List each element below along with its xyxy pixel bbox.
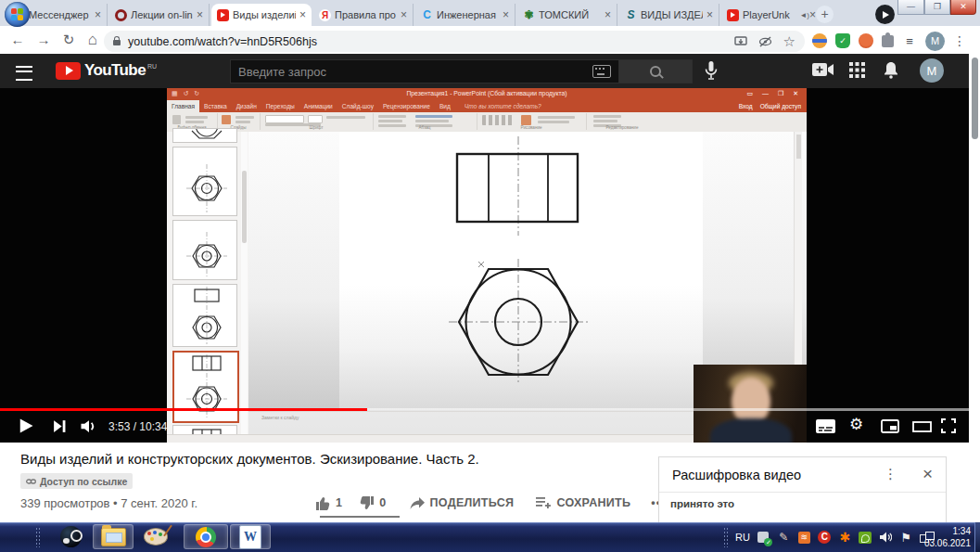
slide-thumbnail[interactable] (172, 128, 237, 143)
tab-playerunknown[interactable]: PlayerUnk ◄) × (721, 4, 821, 26)
tab-close-icon[interactable]: × (706, 9, 713, 20)
theater-mode-button[interactable] (912, 421, 932, 432)
tab-close-icon[interactable]: × (503, 9, 509, 20)
tab-close-icon[interactable]: × (197, 9, 203, 20)
tab-close-icon[interactable]: × (95, 9, 101, 20)
time-display: 3:53 / 10:34 (108, 420, 167, 433)
media-controls-button[interactable] (875, 5, 895, 24)
tab-close-icon[interactable]: × (299, 9, 306, 20)
tab-close-icon[interactable]: × (605, 9, 611, 20)
share-button[interactable]: ПОДЕЛИТЬСЯ (409, 496, 515, 510)
ppt-tab-insert[interactable]: Вставка (199, 100, 232, 112)
reload-button[interactable]: ↻ (58, 30, 79, 50)
home-button[interactable]: ⌂ (83, 30, 103, 50)
language-indicator[interactable]: RU (735, 532, 750, 543)
pen-tray-icon[interactable]: ✎ (777, 531, 791, 545)
install-icon[interactable] (734, 35, 747, 48)
fullscreen-button[interactable] (940, 417, 957, 434)
search-button[interactable] (618, 59, 693, 83)
miniplayer-button[interactable] (881, 419, 899, 433)
usb-device-tray-icon[interactable] (757, 531, 770, 545)
avast-tray-icon[interactable]: ✱ (838, 531, 852, 545)
youtube-logo[interactable]: YouTube RU (56, 61, 157, 80)
next-button[interactable] (52, 418, 68, 434)
slide-thumbnail[interactable] (172, 284, 237, 347)
window-minimize-button[interactable]: — (897, 0, 924, 15)
ppt-tab-transitions[interactable]: Переходы (261, 100, 299, 112)
ppt-tellme[interactable]: Что вы хотите сделать? (455, 100, 546, 112)
video-progress-bar[interactable] (0, 408, 969, 411)
shield-extension-icon[interactable]: ✓ (835, 33, 850, 48)
forward-button[interactable]: → (33, 30, 54, 50)
show-desktop-button[interactable] (974, 522, 980, 552)
devil-extension-icon[interactable] (859, 33, 873, 48)
action-center-flag-icon[interactable]: ⚑ (899, 531, 913, 545)
ppt-tab-view[interactable]: Вид (435, 100, 455, 112)
tab-vidy-izdel[interactable]: S ВИДЫ ИЗДЕЛ × (619, 4, 719, 26)
taskbar-explorer-icon[interactable] (93, 524, 134, 549)
thumbs-up-icon (315, 495, 331, 511)
address-bar[interactable]: youtube.com/watch?v=hnD5R506hjs ☆ (104, 31, 805, 52)
ppt-tab-review[interactable]: Рецензирование (378, 100, 435, 112)
ppt-tab-home[interactable]: Главная (167, 100, 199, 112)
ppt-tab-slideshow[interactable]: Слайд-шоу (337, 100, 378, 112)
ppt-tab-animations[interactable]: Анимации (299, 100, 337, 112)
hamburger-menu-icon[interactable] (16, 66, 32, 81)
ppt-signin[interactable]: Вход (739, 103, 753, 112)
window-maximize-button[interactable]: ❐ (924, 0, 950, 15)
transcript-close-icon[interactable]: × (923, 464, 933, 484)
tab-lectures[interactable]: Лекции on-lin × (109, 4, 210, 26)
taskbar-paint-icon[interactable] (139, 524, 172, 549)
tab-rules[interactable]: Я Правила про × (313, 4, 414, 26)
settings-gear-icon[interactable]: ⚙ (849, 417, 863, 433)
new-tab-button[interactable]: + (816, 6, 834, 23)
subtitles-button[interactable] (816, 419, 835, 433)
browser-menu-icon[interactable]: ⋮ (953, 33, 966, 48)
search-input[interactable] (231, 65, 592, 79)
youtube-apps-grid-icon[interactable] (849, 62, 865, 78)
youtube-account-avatar[interactable]: M (920, 58, 944, 83)
taskbar-clock[interactable]: 1:34 03.06.2021 (924, 525, 971, 549)
browser-profile-avatar[interactable]: M (925, 32, 945, 51)
tab-engineering[interactable]: С Инженерная × (415, 4, 515, 26)
tab-tomsky[interactable]: ✾ ТОМСКИЙ × (517, 4, 617, 26)
page-scrollbar[interactable] (972, 58, 978, 139)
bookmark-star-icon[interactable]: ☆ (783, 34, 795, 48)
taskbar-steam-icon[interactable] (56, 524, 85, 549)
taskbar-chrome-icon[interactable] (184, 524, 228, 549)
tab-close-icon[interactable]: × (401, 9, 407, 20)
ppt-tab-design[interactable]: Дизайн (232, 100, 261, 112)
speaker-tray-icon[interactable] (879, 531, 893, 545)
create-video-icon[interactable] (812, 62, 834, 77)
java-tray-icon[interactable]: ≋ (797, 531, 811, 545)
tab-youtube-active[interactable]: Виды изделий × (211, 4, 312, 26)
back-button[interactable]: ← (7, 30, 28, 50)
slide-thumbnail[interactable] (172, 220, 237, 280)
slide-thumbnail[interactable] (172, 147, 237, 216)
clock-time: 1:34 (924, 525, 971, 537)
start-button[interactable] (5, 2, 30, 27)
taskbar-word-icon[interactable]: W (230, 524, 271, 549)
notifications-bell-icon[interactable] (883, 61, 899, 79)
avatar-extension-icon[interactable] (812, 33, 827, 48)
playlist-extension-icon[interactable]: ≡ (902, 33, 917, 48)
play-button[interactable] (17, 417, 35, 435)
window-close-button[interactable]: ✕ (950, 0, 976, 15)
voice-search-button[interactable] (704, 60, 719, 81)
transcript-line[interactable]: принято это (670, 498, 734, 509)
ppt-share[interactable]: Общий доступ (760, 103, 801, 112)
extensions-puzzle-icon[interactable] (882, 35, 894, 47)
dislike-button[interactable]: 0 (359, 495, 386, 511)
keyboard-icon[interactable] (592, 65, 611, 78)
tray-grip (723, 527, 729, 547)
nvidia-tray-icon[interactable] (859, 531, 872, 545)
search-box[interactable] (230, 59, 619, 83)
like-button[interactable]: 1 (315, 495, 342, 511)
ccleaner-tray-icon[interactable]: C (818, 531, 832, 545)
transcript-menu-icon[interactable]: ⋮ (884, 466, 897, 482)
ppt-panel-scrollbar[interactable] (241, 132, 248, 434)
save-button[interactable]: СОХРАНИТЬ (536, 496, 630, 509)
volume-icon[interactable] (80, 418, 98, 434)
tab-close-icon[interactable]: × (809, 9, 816, 20)
eye-off-icon[interactable] (758, 35, 772, 48)
